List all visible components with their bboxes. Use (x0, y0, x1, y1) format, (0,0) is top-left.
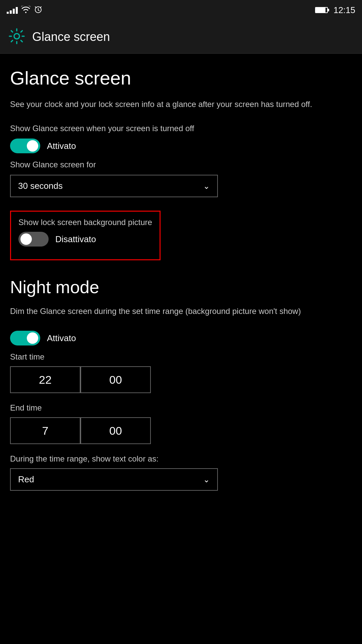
app-bar: Glance screen (0, 20, 362, 54)
text-color-value: Red (18, 474, 34, 485)
status-bar: 12:15 (0, 0, 362, 20)
status-left (7, 5, 43, 15)
night-mode-description: Dim the Glance screen during the set tim… (10, 305, 352, 317)
lock-screen-bg-toggle[interactable] (18, 232, 49, 247)
night-mode-title: Night mode (10, 277, 352, 297)
text-color-label: During the time range, show text color a… (10, 454, 352, 464)
start-time-label: Start time (10, 352, 352, 362)
end-hour-input[interactable]: 7 (10, 417, 80, 444)
night-mode-toggle-row: Attivato (10, 331, 352, 345)
status-right: 12:15 (315, 5, 355, 15)
lock-screen-bg-toggle-row: Disattivato (18, 232, 152, 247)
status-time: 12:15 (334, 5, 355, 15)
text-color-dropdown-container: During the time range, show text color a… (10, 454, 352, 491)
lock-screen-bg-label: Show lock screen background picture (18, 218, 152, 227)
chevron-down-icon: ⌄ (203, 181, 210, 191)
start-time-row: 22 00 (10, 366, 352, 393)
signal-icon (7, 6, 18, 14)
gear-icon (8, 28, 25, 46)
battery-icon (315, 7, 329, 13)
end-time-row: 7 00 (10, 417, 352, 444)
glance-duration-dropdown-container: 30 seconds ⌄ (10, 175, 352, 197)
end-minute-input[interactable]: 00 (80, 417, 151, 444)
page-title: Glance screen (10, 67, 352, 89)
color-chevron-down-icon: ⌄ (203, 475, 210, 484)
app-bar-title: Glance screen (32, 30, 110, 44)
glance-duration-dropdown[interactable]: 30 seconds ⌄ (10, 175, 218, 197)
lock-screen-bg-highlight-box: Show lock screen background picture Disa… (10, 211, 161, 260)
wifi-icon (21, 6, 31, 15)
page-description: See your clock and your lock screen info… (10, 98, 352, 110)
text-color-dropdown[interactable]: Red ⌄ (10, 468, 218, 491)
show-glance-label: Show Glance screen when your screen is t… (10, 124, 352, 133)
svg-point-1 (14, 34, 19, 39)
show-glance-for-label: Show Glance screen for (10, 160, 352, 169)
night-mode-toggle[interactable] (10, 331, 40, 345)
main-content: Glance screen See your clock and your lo… (0, 54, 362, 518)
start-hour-input[interactable]: 22 (10, 366, 80, 393)
night-mode-toggle-label: Attivato (47, 333, 76, 343)
show-glance-toggle[interactable] (10, 139, 40, 153)
lock-screen-bg-toggle-label: Disattivato (55, 234, 96, 245)
show-glance-toggle-row: Attivato (10, 139, 352, 153)
end-time-label: End time (10, 403, 352, 413)
glance-duration-value: 30 seconds (18, 181, 63, 191)
alarm-icon (34, 5, 43, 15)
show-glance-toggle-label: Attivato (47, 141, 76, 151)
start-minute-input[interactable]: 00 (80, 366, 151, 393)
